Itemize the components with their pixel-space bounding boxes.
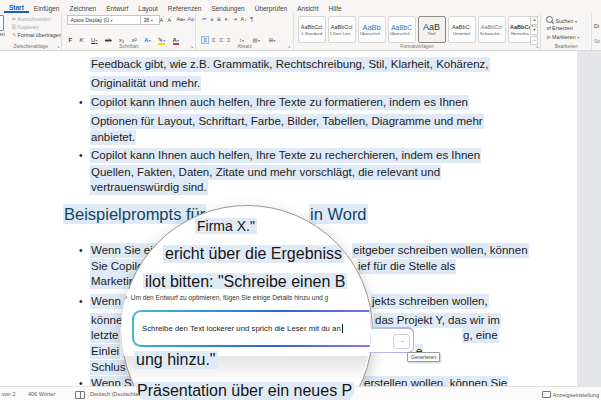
- display-settings-status[interactable]: Anzeigeeinstellung: [542, 391, 599, 398]
- align-left-button[interactable]: ≡: [201, 36, 209, 44]
- style-preview: AaBbCci: [481, 24, 502, 31]
- proofing-book-icon[interactable]: [75, 391, 85, 399]
- numbered-list-button[interactable]: ≡: [210, 16, 215, 22]
- sort-button[interactable]: A↓: [240, 16, 248, 22]
- line-spacing-button[interactable]: ↕▾: [238, 37, 245, 43]
- superscript-button[interactable]: x²: [132, 37, 137, 43]
- style-name: Untertitel: [453, 31, 470, 36]
- copy-button[interactable]: ⎘Kopieren: [12, 24, 39, 31]
- font-name-combo[interactable]: Aptos Display (Ü ▾: [67, 15, 141, 25]
- group-label-font: Schriftart: [62, 44, 195, 49]
- composer-fragment-inner: →: [352, 329, 413, 352]
- tab-layout[interactable]: Layout: [133, 3, 163, 13]
- align-center-button[interactable]: ≡: [211, 37, 217, 43]
- search-icon: [546, 16, 553, 23]
- text-effects-button[interactable]: A▾: [144, 37, 150, 43]
- language-status[interactable]: Deutsch (Deutschland): [90, 391, 146, 397]
- grow-font-button[interactable]: Aˆ: [159, 16, 164, 23]
- gallery-down-arrow[interactable]: ▼: [530, 26, 538, 35]
- style-card--berschrif-[interactable]: AaBbÜberschrif...: [358, 16, 386, 43]
- dialog-launcher-icon[interactable]: ↘: [287, 44, 290, 49]
- doc-text-fragment: eitgeber schreiben wollen, können: [352, 243, 529, 258]
- group-font: Aptos Display (Ü ▾ 28 ▾ Aˆ Aˇ Aa▾ Aφ F K…: [62, 13, 196, 50]
- copilot-composer-fragment: →: [350, 327, 414, 353]
- style-card-schwache-[interactable]: AaBbCciSchwache...: [478, 16, 506, 43]
- replace-button[interactable]: ⇄Ersetzen: [546, 25, 573, 31]
- multilevel-list-button[interactable]: ≣: [217, 16, 223, 22]
- change-case-button[interactable]: Aa▾: [176, 16, 185, 22]
- bullet-glyph: •: [79, 148, 83, 163]
- find-button[interactable]: Suchen ▾: [546, 16, 576, 24]
- doc-text-fragment: das Projekt Y, das wir im: [374, 313, 501, 328]
- dialog-launcher-icon[interactable]: ↘: [56, 44, 59, 49]
- group-editing: Suchen ▾ ⇄Ersetzen ⊳Markieren ▾ Bearbeit…: [541, 13, 592, 50]
- tab-sendungen[interactable]: Sendungen: [206, 3, 249, 13]
- select-button[interactable]: ⊳Markieren ▾: [546, 34, 579, 40]
- shading-button[interactable]: ▦▾: [251, 36, 261, 43]
- heading-right-fragment: in Word: [309, 204, 368, 224]
- style-card-1-kein-lee-[interactable]: AaBbCcl1 Kein Lee...: [328, 16, 356, 43]
- doc-text-fragment: letzte: [90, 328, 120, 343]
- copy-icon: ⎘: [12, 24, 16, 31]
- ribbon-tabs: StartEinfügenZeichnenEntwurfLayoutRefere…: [0, 0, 601, 13]
- gallery-up-arrow[interactable]: ▲: [530, 16, 538, 25]
- style-preview: AaB: [423, 24, 440, 31]
- style-name: Überschrif...: [390, 31, 413, 36]
- style-card-untertitel[interactable]: AaBbC:Untertitel: [448, 16, 476, 43]
- tab-einfügen[interactable]: Einfügen: [29, 3, 65, 13]
- ribbon: StartEinfügenZeichnenEntwurfLayoutRefere…: [0, 0, 601, 51]
- style-card-titel[interactable]: AaBTitel: [418, 16, 446, 43]
- style-card--berschrif-[interactable]: AaBbCÜberschrif...: [388, 16, 416, 43]
- page-number-status[interactable]: von 2: [2, 391, 15, 397]
- tab-ansicht[interactable]: Ansicht: [292, 3, 323, 13]
- text-prediction-status[interactable]: Textvorhers: [162, 391, 190, 397]
- style-card-1-standard[interactable]: AaBbCcl1 Standard: [298, 16, 326, 43]
- bullet-list-button[interactable]: ≔: [201, 16, 208, 22]
- tab-referenzen[interactable]: Referenzen: [163, 3, 207, 13]
- gallery-scroll: ▲▼⌄: [530, 16, 538, 45]
- group-paragraph: ≔ ≡ ≣ ⇤ ⇥ A↓ ¶ ≡≡≡≡ ↕▾ ▦▾ ⊞▾ Absatz ↘: [196, 13, 293, 50]
- bold-button[interactable]: F: [68, 37, 72, 43]
- word-count-status[interactable]: 406 Wörter: [28, 391, 55, 397]
- format-painter-button[interactable]: ✎Format übertragen: [12, 32, 61, 38]
- generate-tooltip: Generieren: [407, 352, 440, 362]
- cut-button[interactable]: ✂Ausschneiden: [12, 16, 51, 22]
- strikethrough-button[interactable]: ab: [105, 37, 112, 43]
- borders-button[interactable]: ⊞▾: [268, 36, 277, 43]
- tab-entwurf[interactable]: Entwurf: [101, 3, 133, 13]
- word-window: StartEinfügenZeichnenEntwurfLayoutRefere…: [0, 0, 601, 400]
- align-justify-button[interactable]: ≡: [226, 37, 232, 43]
- group-label-paragraph: Absatz: [196, 44, 292, 49]
- dialog-launcher-icon[interactable]: ↘: [535, 44, 538, 49]
- shrink-font-button[interactable]: Aˇ: [167, 16, 172, 23]
- style-name: Schwache...: [480, 31, 503, 36]
- doc-text-fragment: Copilot kann Ihnen auch helfen, Ihre Tex…: [90, 95, 469, 110]
- send-arrow-button[interactable]: →: [393, 334, 410, 349]
- styles-gallery: AaBbCcl1 StandardAaBbCcl1 Kein Lee...AaB…: [298, 16, 536, 43]
- paragraph-row1: ≔ ≡ ≣ ⇤ ⇥ A↓ ¶: [201, 16, 255, 22]
- underline-button[interactable]: U▾: [91, 37, 97, 43]
- phonetic-button[interactable]: Aφ: [187, 16, 194, 22]
- subscript-button[interactable]: x₂: [119, 37, 124, 43]
- tab-überprüfen[interactable]: Überprüfen: [250, 3, 293, 13]
- tab-hilfe[interactable]: Hilfe: [324, 3, 347, 13]
- style-preview: AaBb: [362, 24, 380, 31]
- doc-text-fragment: g, eine: [462, 328, 499, 343]
- increase-indent-button[interactable]: ⇥: [233, 16, 239, 22]
- tab-start[interactable]: Start: [4, 2, 29, 13]
- tab-zeichnen[interactable]: Zeichnen: [64, 3, 101, 13]
- italic-button[interactable]: K: [80, 37, 84, 43]
- doc-text-fragment: Copilot kann Ihnen auch helfen, Ihre Tex…: [90, 148, 481, 163]
- style-preview: AaBbCcl: [301, 24, 322, 31]
- doc-text-fragment: Schlus: [90, 360, 127, 375]
- style-preview: AaBbC:: [452, 24, 471, 31]
- bullet-glyph: •: [79, 294, 83, 309]
- dictate-partial[interactable]: Di: [594, 23, 599, 29]
- dialog-launcher-icon[interactable]: ↘: [190, 44, 193, 49]
- cursor-icon: ⊳: [546, 34, 551, 40]
- doc-text-fragment: Feedback gibt, wie z.B. Grammatik, Recht…: [90, 57, 490, 72]
- decrease-indent-button[interactable]: ⇤: [225, 16, 231, 22]
- align-right-button[interactable]: ≡: [218, 37, 224, 43]
- font-size-combo[interactable]: 28 ▾: [140, 15, 160, 25]
- pilcrow-button[interactable]: ¶: [250, 16, 253, 22]
